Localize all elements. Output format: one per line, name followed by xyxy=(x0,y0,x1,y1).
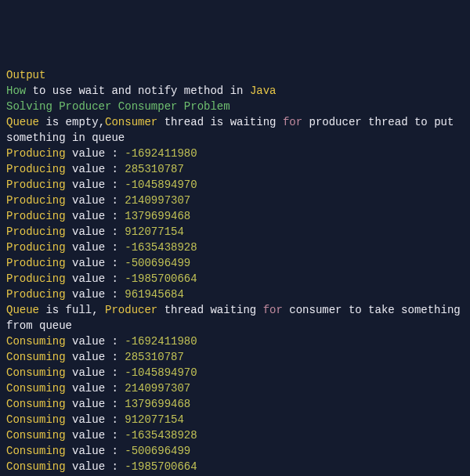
console-line: Consuming value : 1379699468 xyxy=(6,396,464,412)
console-line: Producing value : 912077154 xyxy=(6,224,464,240)
token: 285310787 xyxy=(125,163,184,175)
token: -1692411980 xyxy=(125,335,197,348)
token: Producing xyxy=(6,147,66,160)
token: value : xyxy=(66,413,125,426)
token: -1985700664 xyxy=(125,460,197,473)
token: Producing xyxy=(6,272,66,285)
token: Consuming xyxy=(6,413,66,426)
console-line: Queue is empty,Consumer thread is waitin… xyxy=(6,114,464,146)
token: -1635438928 xyxy=(125,429,197,442)
console-line: Consuming value : -1635438928 xyxy=(6,427,464,443)
console-line: Consuming value : -500696499 xyxy=(6,443,464,459)
console-line: Solving Producer Consumper Problem xyxy=(6,99,464,114)
console-line: Producing value : -1045894970 xyxy=(6,177,464,193)
token: Producing xyxy=(6,210,66,222)
token: 285310787 xyxy=(125,351,184,363)
token: value : xyxy=(66,241,125,254)
token: Producing xyxy=(6,178,66,191)
console-output: OutputHow to use wait and notify method … xyxy=(6,67,464,476)
token: 912077154 xyxy=(125,413,184,426)
token: value : xyxy=(66,147,125,160)
token: value : xyxy=(66,163,125,175)
token: -500696499 xyxy=(125,445,190,457)
token: thread is waiting xyxy=(157,116,283,128)
token: Consuming xyxy=(6,382,66,395)
token: value : xyxy=(66,272,125,285)
token: 2140997307 xyxy=(125,382,190,395)
console-line: Consuming value : -1045894970 xyxy=(6,365,464,380)
token: Java xyxy=(250,85,277,97)
token: Consuming xyxy=(6,351,66,363)
token: Producing xyxy=(6,257,66,269)
token: Solving Producer Consumper Problem xyxy=(6,100,230,113)
token: -1635438928 xyxy=(125,241,197,254)
token: Producing xyxy=(6,194,66,207)
console-line: How to use wait and notify method in Jav… xyxy=(6,83,464,99)
console-line: Producing value : 961945684 xyxy=(6,287,464,302)
token: Producing xyxy=(6,163,66,175)
token: value : xyxy=(66,225,125,238)
token: is empty, xyxy=(39,116,105,128)
token: Producing xyxy=(6,288,66,301)
console-line: Queue is full, Producer thread waiting f… xyxy=(6,302,464,334)
token: 912077154 xyxy=(125,225,184,238)
token: value : xyxy=(66,398,125,410)
token: 1379699468 xyxy=(125,210,190,222)
token: Consuming xyxy=(6,460,66,473)
token: value : xyxy=(66,382,125,395)
token: thread waiting xyxy=(157,304,262,316)
console-line: Producing value : -1692411980 xyxy=(6,146,464,161)
token: -500696499 xyxy=(125,257,190,269)
token: value : xyxy=(66,366,125,379)
token: value : xyxy=(66,194,125,207)
token: for xyxy=(283,116,302,128)
token: -1045894970 xyxy=(125,178,197,191)
token: for xyxy=(263,304,283,316)
token: value : xyxy=(66,445,125,457)
token: Output xyxy=(6,69,45,81)
token: value : xyxy=(66,351,125,363)
console-line: Consuming value : -1692411980 xyxy=(6,334,464,349)
token: Consuming xyxy=(6,445,66,457)
console-line: Consuming value : 912077154 xyxy=(6,412,464,427)
token: Queue xyxy=(6,116,39,128)
console-line: Producing value : 2140997307 xyxy=(6,193,464,208)
token: Consuming xyxy=(6,366,66,379)
token: to use wait and notify method in xyxy=(26,85,250,97)
console-line: Producing value : -500696499 xyxy=(6,255,464,271)
token: Consumer xyxy=(105,116,157,128)
console-line: Producing value : -1635438928 xyxy=(6,240,464,255)
token: Queue xyxy=(6,304,39,316)
console-line: Producing value : -1985700664 xyxy=(6,271,464,287)
token: value : xyxy=(66,288,125,301)
token: -1692411980 xyxy=(125,147,197,160)
token: value : xyxy=(66,335,125,348)
console-line: Consuming value : 285310787 xyxy=(6,349,464,365)
token: -1985700664 xyxy=(125,272,197,285)
console-line: Output xyxy=(6,67,464,83)
console-line: Consuming value : -1985700664 xyxy=(6,459,464,474)
token: value : xyxy=(66,210,125,222)
token: -1045894970 xyxy=(125,366,197,379)
token: How xyxy=(6,85,26,97)
console-line: Producing value : 1379699468 xyxy=(6,208,464,224)
token: Consuming xyxy=(6,429,66,442)
token: is full, xyxy=(39,304,105,316)
token: Producing xyxy=(6,241,66,254)
console-line: Consuming value : 2140997307 xyxy=(6,380,464,396)
console-line: Producing value : 285310787 xyxy=(6,161,464,177)
token: value : xyxy=(66,257,125,269)
token: Producing xyxy=(6,225,66,238)
token: Consuming xyxy=(6,398,66,410)
token: 1379699468 xyxy=(125,398,190,410)
token: value : xyxy=(66,429,125,442)
token: Consuming xyxy=(6,335,66,348)
token: value : xyxy=(66,460,125,473)
token: Producer xyxy=(105,304,157,316)
token: 2140997307 xyxy=(125,194,190,207)
token: value : xyxy=(66,178,125,191)
token: 961945684 xyxy=(125,288,184,301)
